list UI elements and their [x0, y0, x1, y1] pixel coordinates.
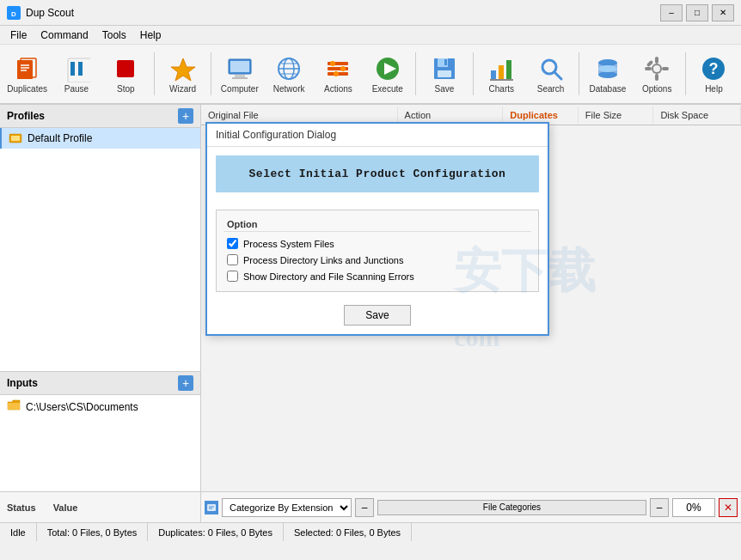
toolbar-database-button[interactable]: Database — [584, 47, 631, 100]
svg-rect-35 — [506, 60, 511, 79]
toolbar-actions-button[interactable]: Actions — [315, 47, 362, 100]
svg-rect-32 — [444, 59, 447, 65]
toolbar-options-button[interactable]: Options — [634, 47, 681, 100]
menu-tools[interactable]: Tools — [95, 27, 133, 43]
svg-rect-2 — [17, 60, 33, 79]
show-errors-checkbox[interactable] — [227, 271, 238, 282]
right-panel: Original File Action Duplicates File Siz… — [201, 105, 741, 491]
toolbar-save-button[interactable]: Save — [420, 47, 468, 100]
svg-point-41 — [598, 71, 617, 78]
show-errors-label: Show Directory and File Scanning Errors — [243, 271, 414, 282]
minimize-button[interactable]: – — [660, 4, 683, 21]
idle-label: Idle — [10, 527, 26, 538]
dialog-header-box: Select Initial Product Configuration — [216, 155, 539, 192]
charts-label: Charts — [489, 84, 514, 94]
svg-rect-10 — [117, 60, 134, 77]
dialog-header-text: Select Initial Product Configuration — [249, 167, 506, 180]
duplicates-label: Duplicates — [7, 84, 47, 94]
toolbar-sep-5 — [579, 52, 579, 95]
option-process-dir-links: Process Directory Links and Junctions — [224, 252, 531, 268]
svg-rect-46 — [655, 74, 658, 81]
save-icon — [431, 55, 458, 82]
add-input-button[interactable]: + — [178, 375, 193, 391]
toolbar-duplicates-button[interactable]: Duplicates — [3, 47, 51, 100]
menu-help[interactable]: Help — [133, 27, 168, 43]
duplicates-status: Duplicates: 0 Files, 0 Bytes — [148, 523, 284, 541]
toolbar-computer-button[interactable]: Computer — [216, 47, 263, 100]
add-profile-button[interactable]: + — [178, 108, 193, 124]
dialog-save-button[interactable]: Save — [344, 305, 410, 326]
svg-rect-15 — [232, 77, 248, 79]
input-path: C:\Users\CS\Documents — [26, 401, 138, 413]
option-process-system: Process System Files — [224, 235, 531, 252]
dialog-title: Initial Configuration Dialog — [216, 129, 336, 141]
network-icon — [275, 55, 303, 82]
menu-bar: File Command Tools Help — [0, 26, 741, 45]
dialog-overlay: Initial Configuration Dialog Select Init… — [201, 105, 741, 491]
progress-percent-display: 0% — [672, 498, 715, 517]
pause-icon — [63, 55, 90, 82]
stop-label: Stop — [117, 84, 135, 94]
actions-label: Actions — [324, 84, 352, 94]
toolbar-wizard-button[interactable]: Wizard — [159, 47, 206, 100]
process-dir-links-label: Process Directory Links and Junctions — [243, 255, 403, 265]
app-icon: D — [7, 6, 21, 20]
duplicates-status-label: Duplicates: 0 Files, 0 Bytes — [158, 527, 273, 538]
database-icon — [594, 55, 622, 82]
input-path-item[interactable]: C:\Users\CS\Documents — [0, 395, 200, 418]
svg-rect-33 — [491, 70, 496, 79]
maximize-button[interactable]: □ — [686, 4, 708, 21]
options-label: Options — [642, 84, 671, 94]
total-status: Total: 0 Files, 0 Bytes — [37, 523, 149, 541]
svg-point-25 — [340, 66, 346, 71]
svg-rect-48 — [662, 67, 669, 70]
categorize-select[interactable]: Categorize By Extension — [222, 498, 352, 517]
dialog-title-bar: Initial Configuration Dialog — [207, 124, 548, 147]
window-controls: – □ ✕ — [660, 4, 734, 21]
computer-label: Computer — [221, 84, 259, 94]
close-button[interactable]: ✕ — [712, 4, 734, 21]
svg-line-38 — [554, 72, 561, 79]
total-label: Total: 0 Files, 0 Bytes — [47, 527, 138, 538]
help-label: Help — [705, 84, 723, 94]
dialog-footer: Save — [207, 296, 548, 334]
toolbar-sep-3 — [415, 52, 416, 95]
save-label: Save — [435, 84, 455, 94]
search-label: Search — [537, 84, 565, 94]
main-area: Profiles + Default Profile Inputs — [0, 105, 741, 491]
categorize-icon — [205, 501, 218, 514]
actions-icon — [324, 55, 352, 82]
progress-plus-button[interactable]: – — [650, 498, 669, 517]
progress-minus-button[interactable]: – — [355, 498, 374, 517]
option-show-errors: Show Directory and File Scanning Errors — [224, 268, 531, 284]
pause-label: Pause — [64, 84, 89, 94]
progress-close-button[interactable]: ✕ — [719, 498, 738, 517]
toolbar-charts-button[interactable]: Charts — [478, 47, 525, 100]
svg-rect-13 — [230, 61, 249, 72]
svg-rect-55 — [207, 504, 216, 511]
svg-rect-53 — [11, 136, 20, 141]
toolbar-sep-6 — [685, 52, 686, 95]
process-system-checkbox[interactable] — [227, 238, 238, 249]
toolbar-search-button[interactable]: Search — [527, 47, 574, 100]
default-profile-item[interactable]: Default Profile — [0, 128, 200, 149]
menu-file[interactable]: File — [3, 27, 34, 43]
toolbar-help-button[interactable]: ? Help — [690, 47, 738, 100]
toolbar-stop-button[interactable]: Stop — [102, 47, 150, 100]
process-dir-links-checkbox[interactable] — [227, 254, 238, 265]
inputs-title: Inputs — [7, 377, 38, 389]
toolbar-pause-button[interactable]: Pause — [52, 47, 100, 100]
toolbar-execute-button[interactable]: Execute — [364, 47, 411, 100]
toolbar-network-button[interactable]: Network — [265, 47, 312, 100]
app-title: Dup Scout — [26, 7, 660, 19]
network-label: Network — [273, 84, 305, 94]
profile-icon — [9, 131, 22, 145]
database-label: Database — [589, 84, 626, 94]
bottom-split: Status Value Categorize By Extension – F… — [0, 491, 741, 522]
stop-icon — [112, 55, 139, 82]
profiles-section: Profiles + Default Profile — [0, 105, 200, 371]
process-system-label: Process System Files — [243, 239, 334, 249]
svg-rect-9 — [78, 62, 83, 76]
file-categories-label: File Categories — [483, 502, 541, 512]
menu-command[interactable]: Command — [34, 27, 95, 43]
